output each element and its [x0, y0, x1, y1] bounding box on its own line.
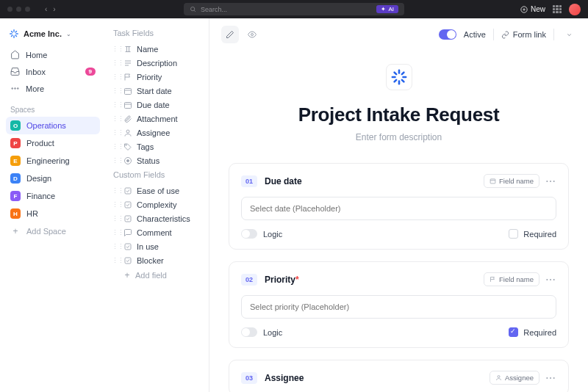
space-item-product[interactable]: PProduct: [6, 134, 100, 152]
drag-handle-icon[interactable]: ⋮⋮: [112, 229, 119, 236]
divider: [553, 29, 554, 40]
edit-mode-button[interactable]: [221, 26, 239, 43]
field-item[interactable]: ⋮⋮Complexity: [109, 197, 203, 211]
space-item-hr[interactable]: HHR: [6, 205, 100, 222]
preview-mode-button[interactable]: [243, 26, 261, 43]
drag-handle-icon[interactable]: ⋮⋮: [112, 157, 119, 164]
field-item[interactable]: ⋮⋮Characteristics: [109, 211, 203, 225]
field-name-button[interactable]: Field name: [484, 174, 539, 188]
form-description-placeholder[interactable]: Enter form description: [356, 132, 442, 142]
workspace-switcher[interactable]: Acme Inc. ⌄: [6, 26, 100, 46]
space-color-icon: O: [10, 120, 21, 131]
field-type-icon: [123, 142, 132, 151]
drag-handle-icon[interactable]: ⋮⋮: [112, 243, 119, 250]
field-item[interactable]: ⋮⋮Name: [109, 42, 203, 56]
form-field-card-due-date[interactable]: 01 Due date Field name ⋯ Logic: [229, 163, 569, 250]
drag-handle-icon[interactable]: ⋮⋮: [112, 115, 119, 123]
nav-home[interactable]: Home: [6, 46, 100, 63]
avatar[interactable]: [569, 4, 581, 15]
ai-button[interactable]: ✦ AI: [376, 5, 398, 13]
drag-handle-icon[interactable]: ⋮⋮: [112, 129, 119, 137]
priority-input[interactable]: [241, 295, 556, 319]
space-label: Finance: [26, 192, 55, 200]
form-logo[interactable]: [386, 64, 412, 90]
field-item[interactable]: ⋮⋮Ease of use: [109, 184, 203, 197]
field-item[interactable]: ⋮⋮Priority: [109, 70, 203, 84]
user-icon: [495, 374, 502, 381]
nav-inbox[interactable]: Inbox 9: [6, 63, 100, 80]
field-number: 03: [241, 372, 257, 384]
required-checkbox[interactable]: [509, 327, 518, 337]
logic-toggle[interactable]: [241, 229, 257, 239]
due-date-input[interactable]: [241, 197, 556, 220]
field-type-icon: [123, 214, 132, 223]
drag-handle-icon[interactable]: ⋮⋮: [112, 201, 119, 208]
topbar: ‹ › Search... ✦ AI New: [0, 0, 588, 18]
field-item[interactable]: ⋮⋮Attachment: [109, 112, 203, 126]
field-item[interactable]: ⋮⋮Description: [109, 56, 203, 70]
field-more-button[interactable]: ⋯: [545, 176, 556, 186]
field-item[interactable]: ⋮⋮Blocker: [109, 253, 203, 267]
workspace-name: Acme Inc.: [24, 29, 62, 38]
field-more-button[interactable]: ⋯: [545, 373, 556, 383]
traffic-light-minimize[interactable]: [16, 7, 21, 12]
svg-line-9: [12, 32, 12, 32]
space-item-design[interactable]: DDesign: [6, 170, 100, 187]
space-item-finance[interactable]: FFinance: [6, 187, 100, 205]
space-color-icon: E: [10, 156, 21, 166]
svg-line-39: [394, 80, 396, 82]
field-item[interactable]: ⋮⋮Assignee: [109, 126, 203, 139]
space-item-engineering[interactable]: EEngineering: [6, 152, 100, 170]
space-label: Operations: [26, 121, 66, 130]
toolbar-more-button[interactable]: [562, 27, 576, 42]
drag-handle-icon[interactable]: ⋮⋮: [112, 59, 119, 67]
form-toolbar: Active Form link: [209, 18, 588, 51]
flag-icon: [490, 276, 496, 283]
search-input[interactable]: Search... ✦ AI: [184, 3, 404, 15]
field-type-icon: [123, 101, 132, 109]
more-icon: [10, 84, 20, 93]
space-item-operations[interactable]: OOperations: [6, 117, 100, 134]
field-name-button[interactable]: Assignee: [490, 371, 539, 385]
form-field-card-priority[interactable]: 02 Priority* Field name ⋯ Logic: [229, 261, 569, 348]
field-name-button[interactable]: Field name: [484, 272, 539, 286]
nav-back-icon[interactable]: ‹: [45, 5, 47, 13]
drag-handle-icon[interactable]: ⋮⋮: [112, 257, 119, 264]
drag-handle-icon[interactable]: ⋮⋮: [112, 215, 119, 222]
active-toggle[interactable]: [439, 29, 456, 40]
field-item[interactable]: ⋮⋮In use: [109, 239, 203, 253]
form-title[interactable]: Project Intake Request: [298, 104, 500, 126]
drag-handle-icon[interactable]: ⋮⋮: [112, 101, 119, 109]
nav-arrows: ‹ ›: [45, 5, 56, 13]
drag-handle-icon[interactable]: ⋮⋮: [112, 187, 119, 195]
field-type-icon: [123, 200, 132, 209]
form-link-button[interactable]: Form link: [501, 30, 546, 39]
space-label: Product: [26, 139, 54, 148]
svg-rect-28: [125, 202, 131, 208]
add-space-button[interactable]: + Add Space: [6, 222, 100, 240]
nav-more[interactable]: More: [6, 80, 100, 97]
field-item[interactable]: ⋮⋮Comment: [109, 225, 203, 239]
app-grid-icon[interactable]: [553, 5, 562, 14]
field-item[interactable]: ⋮⋮Tags: [109, 139, 203, 153]
traffic-light-close[interactable]: [7, 7, 12, 12]
field-item[interactable]: ⋮⋮Start date: [109, 84, 203, 98]
nav-forward-icon[interactable]: ›: [53, 5, 55, 13]
svg-rect-30: [125, 244, 131, 250]
drag-handle-icon[interactable]: ⋮⋮: [112, 87, 119, 95]
field-more-button[interactable]: ⋯: [545, 275, 556, 285]
inbox-badge: 9: [85, 68, 96, 76]
field-item[interactable]: ⋮⋮Due date: [109, 98, 203, 112]
drag-handle-icon[interactable]: ⋮⋮: [112, 73, 119, 81]
required-checkbox[interactable]: [509, 229, 518, 239]
drag-handle-icon[interactable]: ⋮⋮: [112, 143, 119, 150]
new-button[interactable]: New: [520, 5, 545, 13]
field-type-icon: [123, 228, 132, 237]
traffic-light-maximize[interactable]: [25, 7, 30, 12]
add-field-button[interactable]: + Add field: [109, 267, 203, 283]
search-icon: [190, 6, 196, 12]
form-field-card-assignee[interactable]: 03 Assignee Assignee ⋯: [229, 360, 569, 392]
drag-handle-icon[interactable]: ⋮⋮: [112, 46, 119, 53]
logic-toggle[interactable]: [241, 327, 257, 337]
field-item[interactable]: ⋮⋮Status: [109, 153, 203, 167]
